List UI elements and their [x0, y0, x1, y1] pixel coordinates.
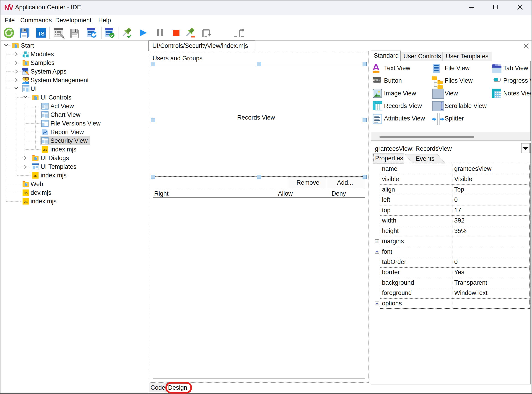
svg-text:JS: JS: [24, 200, 28, 204]
svg-text:TS: TS: [38, 31, 45, 37]
svg-text:JS: JS: [33, 174, 37, 178]
svg-text:JS: JS: [43, 148, 47, 152]
svg-text:JS: JS: [24, 192, 28, 195]
svg-text:BUTTON: BUTTON: [373, 79, 382, 81]
svg-text:A: A: [372, 62, 379, 73]
